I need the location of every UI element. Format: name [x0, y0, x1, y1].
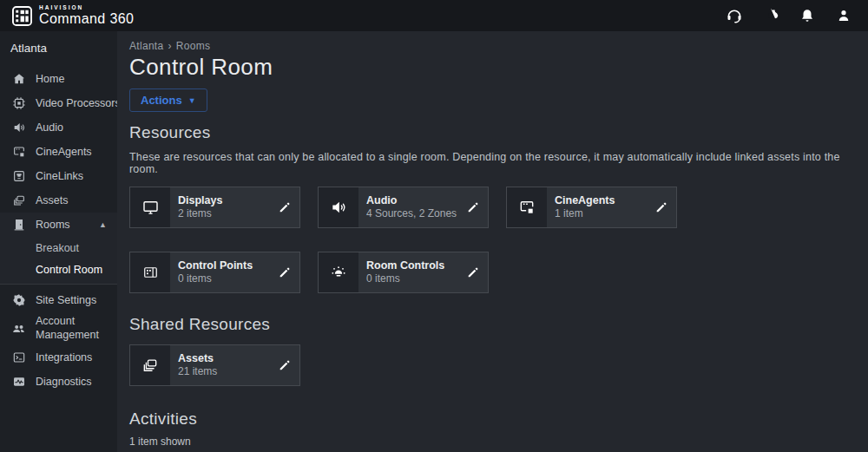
resource-card-cineagents: CineAgents 1 item: [506, 187, 677, 228]
sidebar-item-integrations[interactable]: Integrations: [0, 345, 117, 370]
top-bar: HAIVISION Command 360: [0, 0, 868, 31]
sidebar-item-assets[interactable]: Assets: [0, 188, 117, 213]
display-icon: [130, 187, 170, 227]
resource-card-audio: Audio 4 Sources, 2 Zones: [318, 187, 489, 228]
site-settings-gear-icon: [11, 293, 26, 308]
breadcrumb-rooms[interactable]: Rooms: [176, 40, 211, 52]
sidebar-item-cinelinks[interactable]: CineLinks: [0, 164, 117, 188]
breadcrumb: Atlanta›Rooms: [129, 40, 852, 52]
resources-section-title: Resources: [129, 123, 852, 142]
cineagents-icon: [507, 187, 547, 227]
main-content: Atlanta›Rooms Control Room Actions ▼ Res…: [117, 31, 868, 452]
diagnostics-pulse-icon: [11, 375, 26, 390]
sidebar-item-diagnostics[interactable]: Diagnostics: [0, 370, 117, 394]
brand-command360-label: Command 360: [39, 12, 134, 26]
sidebar-item-account-management[interactable]: Account Management: [0, 312, 117, 345]
edit-pencil-icon[interactable]: [270, 187, 299, 227]
actions-button[interactable]: Actions ▼: [129, 88, 207, 112]
audio-speaker-icon: [11, 121, 26, 135]
chevron-up-icon: ▲: [99, 220, 107, 229]
brand-logo: HAIVISION Command 360: [12, 5, 134, 27]
integrations-terminal-icon: [11, 350, 26, 365]
shared-card-assets: Assets 21 items: [129, 344, 300, 386]
brand-haivision-label: HAIVISION: [39, 5, 134, 11]
shared-resources-cards: Assets 21 items: [129, 344, 852, 409]
shared-resources-section-title: Shared Resources: [129, 315, 852, 334]
video-processor-icon: [11, 96, 26, 111]
home-icon: [11, 72, 26, 87]
assets-layers-icon: [11, 193, 26, 208]
resource-card-displays: Displays 2 items: [129, 187, 300, 228]
activities-section-title: Activities: [129, 409, 852, 429]
resource-card-room-controls: Room Controls 0 items: [318, 252, 489, 293]
edit-pencil-icon[interactable]: [270, 252, 299, 292]
rooms-door-icon: [11, 218, 26, 233]
support-headset-icon[interactable]: [726, 7, 743, 24]
account-management-users-icon: [11, 322, 26, 337]
audio-icon: [319, 187, 358, 227]
sidebar-item-control-room[interactable]: Control Room: [0, 259, 117, 280]
cinelinks-icon: [11, 169, 26, 184]
edit-pencil-icon[interactable]: [270, 345, 299, 385]
sidebar-item-audio[interactable]: Audio: [0, 115, 117, 140]
sidebar-item-video-processors[interactable]: Video Processors: [0, 91, 117, 115]
resources-cards: Displays 2 items Audio 4 Sources, 2 Zone…: [129, 187, 852, 317]
control-points-icon: [130, 252, 170, 292]
assets-icon: [130, 345, 170, 385]
breadcrumb-atlanta[interactable]: Atlanta: [129, 40, 163, 52]
settings-gear-icon[interactable]: [762, 7, 779, 24]
sidebar: Atlanta Home Video Processors Audio: [0, 31, 117, 452]
edit-pencil-icon[interactable]: [458, 187, 488, 227]
notifications-bell-icon[interactable]: [799, 7, 816, 24]
sidebar-item-cineagents[interactable]: CineAgents: [0, 140, 117, 164]
site-name[interactable]: Atlanta: [0, 31, 117, 67]
haivision-logo-icon: [12, 6, 32, 26]
sidebar-item-home[interactable]: Home: [0, 67, 117, 91]
edit-pencil-icon[interactable]: [458, 252, 488, 292]
chevron-down-icon: ▼: [188, 96, 196, 105]
page-title: Control Room: [129, 54, 852, 81]
resource-card-control-points: Control Points 0 items: [129, 252, 300, 293]
edit-pencil-icon[interactable]: [647, 187, 676, 227]
sidebar-item-site-settings[interactable]: Site Settings: [0, 288, 117, 312]
rooms-group: Rooms ▲ Breakout Control Room: [0, 213, 117, 285]
sidebar-item-rooms[interactable]: Rooms ▲: [0, 213, 117, 237]
sidebar-item-breakout[interactable]: Breakout: [0, 237, 117, 259]
room-controls-icon: [319, 252, 358, 292]
account-person-icon[interactable]: [835, 7, 852, 24]
activities-count: 1 item shown: [129, 436, 852, 448]
cineagents-icon: [11, 145, 26, 160]
resources-description: These are resources that can only be all…: [129, 151, 852, 175]
